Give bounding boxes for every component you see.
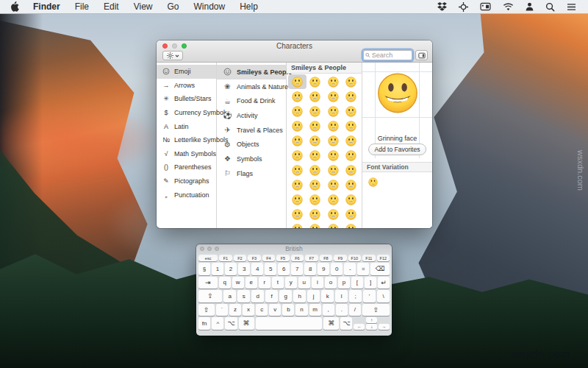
- sidebar-item-parentheses[interactable]: ()Parentheses: [157, 160, 216, 174]
- key-6[interactable]: 6: [278, 263, 290, 275]
- search-input[interactable]: [372, 52, 410, 59]
- key-v[interactable]: v: [269, 304, 281, 316]
- key-u[interactable]: u: [298, 277, 310, 289]
- emoji-cell[interactable]: [306, 207, 325, 222]
- emoji-cell[interactable]: [306, 163, 325, 177]
- key-arrow-up[interactable]: ↑: [366, 317, 377, 323]
- emoji-cell[interactable]: [343, 74, 361, 89]
- add-to-favorites-button[interactable]: Add to Favorites: [368, 144, 427, 155]
- sidebar-item-letterlike-symbols[interactable]: №Letterlike Symbols: [157, 133, 216, 147]
- sidebar-item-bullets-stars[interactable]: ✳Bullets/Stars: [157, 92, 216, 106]
- emoji-cell[interactable]: [288, 177, 306, 192]
- emoji-cell[interactable]: [306, 89, 325, 104]
- emoji-cell[interactable]: [306, 133, 325, 148]
- category-item-smileys-people[interactable]: Smileys & People: [217, 65, 286, 79]
- key-f[interactable]: f: [265, 290, 278, 302]
- emoji-cell[interactable]: [324, 207, 343, 222]
- key-=[interactable]: =: [357, 263, 369, 275]
- category-item-activity[interactable]: ⚽Activity: [217, 108, 286, 123]
- notification-center-icon[interactable]: [561, 0, 582, 13]
- key-e[interactable]: e: [245, 277, 257, 289]
- emoji-cell[interactable]: [324, 148, 343, 163]
- menu-item-edit[interactable]: Edit: [96, 0, 126, 13]
- sidebar-item-pictographs[interactable]: ✎Pictographs: [157, 174, 216, 188]
- key-arrow-down[interactable]: ↓: [366, 324, 377, 330]
- menu-item-window[interactable]: Window: [187, 0, 233, 13]
- emoji-cell[interactable]: [343, 133, 361, 148]
- category-item-symbols[interactable]: ❖Symbols: [217, 152, 286, 166]
- key-↵[interactable]: ↵: [378, 277, 390, 289]
- emoji-cell[interactable]: [288, 148, 306, 163]
- key-⌫[interactable]: ⌫: [370, 263, 390, 275]
- key-w[interactable]: w: [232, 277, 244, 289]
- key-⇧[interactable]: ⇧: [198, 304, 215, 316]
- key-s[interactable]: s: [237, 290, 250, 302]
- key-g[interactable]: g: [279, 290, 292, 302]
- key-d[interactable]: d: [251, 290, 264, 302]
- emoji-cell[interactable]: [288, 133, 306, 148]
- key-h[interactable]: h: [293, 290, 306, 302]
- key-⇧[interactable]: ⇧: [362, 304, 390, 316]
- emoji-cell[interactable]: [343, 148, 361, 163]
- key-F9[interactable]: F9: [334, 255, 346, 261]
- key-⇥[interactable]: ⇥: [198, 277, 218, 289]
- category-item-objects[interactable]: ⚙Objects: [217, 137, 286, 152]
- action-gear-button[interactable]: [162, 51, 183, 60]
- key-`[interactable]: `: [216, 304, 228, 316]
- key-F8[interactable]: F8: [320, 255, 332, 261]
- key-^[interactable]: ^: [212, 317, 223, 330]
- emoji-cell[interactable]: [343, 89, 361, 104]
- emoji-cell[interactable]: [288, 89, 306, 104]
- panel-toggle-button[interactable]: [415, 50, 428, 60]
- key-i[interactable]: i: [312, 277, 323, 289]
- emoji-cell[interactable]: [324, 177, 343, 192]
- key-5[interactable]: 5: [265, 263, 276, 275]
- key-F10[interactable]: F10: [348, 255, 361, 261]
- key-8[interactable]: 8: [304, 263, 316, 275]
- key-esc[interactable]: esc: [198, 255, 218, 261]
- emoji-cell[interactable]: [343, 222, 361, 228]
- emoji-cell[interactable]: [288, 163, 306, 177]
- category-item-flags[interactable]: ⚐Flags: [217, 166, 286, 181]
- sidebar-item-currency-symbols[interactable]: $Currency Symbols: [157, 106, 216, 120]
- emoji-cell[interactable]: [306, 177, 325, 192]
- spotlight-icon[interactable]: [539, 0, 561, 13]
- emoji-cell[interactable]: [288, 222, 306, 228]
- key-F7[interactable]: F7: [305, 255, 318, 261]
- key-a[interactable]: a: [223, 290, 236, 302]
- emoji-cell[interactable]: [288, 74, 306, 89]
- key-p[interactable]: p: [338, 277, 350, 289]
- emoji-cell[interactable]: [324, 104, 343, 118]
- emoji-cell[interactable]: [288, 192, 306, 207]
- key-4[interactable]: 4: [251, 263, 263, 275]
- category-item-travel-places[interactable]: ✈Travel & Places: [217, 123, 286, 138]
- emoji-cell[interactable]: [324, 192, 343, 207]
- key-q[interactable]: q: [219, 277, 231, 289]
- key-⌘[interactable]: ⌘: [239, 317, 254, 330]
- sidebar-item-emoji[interactable]: Emoji: [157, 65, 216, 79]
- sidebar-item-arrows[interactable]: →Arrows: [157, 79, 216, 93]
- key-x[interactable]: x: [243, 304, 254, 316]
- key-space[interactable]: [256, 317, 323, 330]
- emoji-cell[interactable]: [343, 192, 361, 207]
- search-field[interactable]: [363, 50, 412, 60]
- key-2[interactable]: 2: [225, 263, 237, 275]
- key-n[interactable]: n: [295, 304, 307, 316]
- emoji-cell[interactable]: [324, 163, 343, 177]
- key-F6[interactable]: F6: [291, 255, 304, 261]
- menu-item-finder[interactable]: Finder: [26, 0, 68, 13]
- key-F3[interactable]: F3: [248, 255, 260, 261]
- key-3[interactable]: 3: [238, 263, 250, 275]
- key--[interactable]: -: [344, 263, 356, 275]
- key-r[interactable]: r: [259, 277, 270, 289]
- category-item-food-drink[interactable]: ☕Food & Drink: [217, 93, 286, 108]
- emoji-cell[interactable]: [343, 163, 361, 177]
- key-l[interactable]: l: [335, 290, 348, 302]
- wifi-icon[interactable]: [497, 0, 520, 13]
- key-F4[interactable]: F4: [262, 255, 275, 261]
- emoji-cell[interactable]: [343, 177, 361, 192]
- key-[[interactable]: [: [351, 277, 363, 289]
- key-/[interactable]: /: [349, 304, 361, 316]
- emoji-cell[interactable]: [288, 104, 306, 118]
- emoji-cell[interactable]: [306, 104, 325, 118]
